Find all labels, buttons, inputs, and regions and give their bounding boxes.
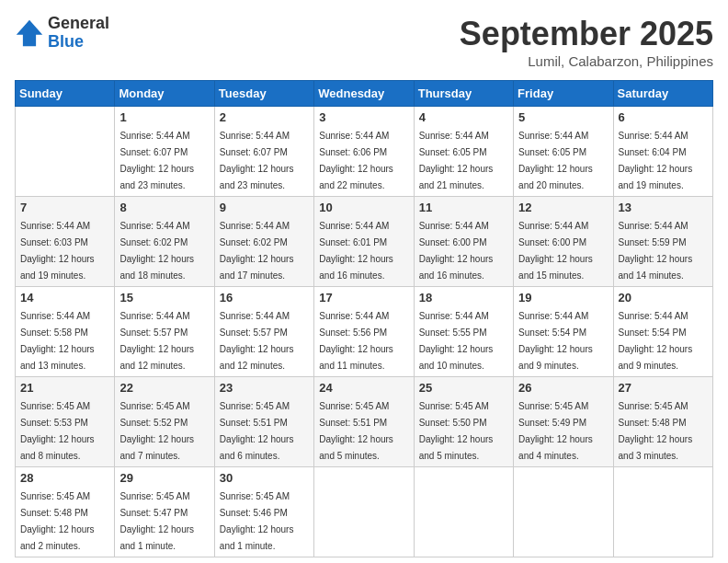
calendar-cell: 27 Sunrise: 5:45 AMSunset: 5:48 PMDaylig… <box>613 377 712 467</box>
logo-blue-text: Blue <box>48 33 109 52</box>
cell-sunrise: Sunrise: 5:45 AMSunset: 5:50 PMDaylight:… <box>419 401 494 461</box>
cell-date: 18 <box>419 291 508 304</box>
day-header-thursday: Thursday <box>414 81 513 107</box>
calendar-cell: 30 Sunrise: 5:45 AMSunset: 5:46 PMDaylig… <box>214 467 313 557</box>
cell-date: 8 <box>119 201 209 214</box>
cell-sunrise: Sunrise: 5:45 AMSunset: 5:46 PMDaylight:… <box>220 491 294 551</box>
calendar-cell: 29 Sunrise: 5:45 AMSunset: 5:47 PMDaylig… <box>115 467 214 557</box>
calendar-cell: 12 Sunrise: 5:44 AMSunset: 6:00 PMDaylig… <box>514 197 613 287</box>
cell-sunrise: Sunrise: 5:44 AMSunset: 6:05 PMDaylight:… <box>518 131 593 190</box>
cell-sunrise: Sunrise: 5:44 AMSunset: 6:00 PMDaylight:… <box>518 221 593 281</box>
day-header-monday: Monday <box>115 81 214 107</box>
calendar-week-row: 7 Sunrise: 5:44 AMSunset: 6:03 PMDayligh… <box>16 197 713 287</box>
cell-date: 6 <box>619 110 708 124</box>
calendar-cell: 3 Sunrise: 5:44 AMSunset: 6:06 PMDayligh… <box>314 107 414 197</box>
calendar-cell: 24 Sunrise: 5:45 AMSunset: 5:51 PMDaylig… <box>314 377 414 467</box>
cell-date: 25 <box>419 381 508 395</box>
cell-sunrise: Sunrise: 5:44 AMSunset: 6:06 PMDaylight:… <box>319 131 393 190</box>
calendar-cell: 8 Sunrise: 5:44 AMSunset: 6:02 PMDayligh… <box>115 197 214 287</box>
cell-sunrise: Sunrise: 5:45 AMSunset: 5:48 PMDaylight:… <box>20 491 95 551</box>
cell-sunrise: Sunrise: 5:44 AMSunset: 5:57 PMDaylight:… <box>119 311 194 371</box>
cell-date: 28 <box>20 471 109 485</box>
cell-sunrise: Sunrise: 5:44 AMSunset: 6:05 PMDaylight:… <box>419 131 494 190</box>
svg-marker-0 <box>17 20 42 46</box>
cell-sunrise: Sunrise: 5:44 AMSunset: 5:58 PMDaylight:… <box>20 311 95 371</box>
calendar-cell <box>613 467 712 557</box>
cell-date: 10 <box>319 201 408 214</box>
cell-sunrise: Sunrise: 5:45 AMSunset: 5:48 PMDaylight:… <box>619 401 693 461</box>
calendar-cell <box>314 467 414 557</box>
calendar-cell: 22 Sunrise: 5:45 AMSunset: 5:52 PMDaylig… <box>115 377 214 467</box>
cell-date: 29 <box>119 471 209 485</box>
cell-sunrise: Sunrise: 5:44 AMSunset: 6:03 PMDaylight:… <box>20 221 95 281</box>
calendar-cell <box>16 107 115 197</box>
cell-date: 22 <box>119 381 209 395</box>
cell-date: 1 <box>119 110 209 124</box>
cell-date: 5 <box>518 110 608 124</box>
calendar-cell <box>514 467 613 557</box>
cell-date: 24 <box>319 381 408 395</box>
day-header-sunday: Sunday <box>16 81 115 107</box>
cell-sunrise: Sunrise: 5:44 AMSunset: 6:01 PMDaylight:… <box>319 221 393 281</box>
calendar-cell: 11 Sunrise: 5:44 AMSunset: 6:00 PMDaylig… <box>414 197 513 287</box>
calendar-cell: 13 Sunrise: 5:44 AMSunset: 5:59 PMDaylig… <box>613 197 712 287</box>
day-header-wednesday: Wednesday <box>314 81 414 107</box>
cell-sunrise: Sunrise: 5:44 AMSunset: 5:59 PMDaylight:… <box>619 221 693 281</box>
calendar-cell: 10 Sunrise: 5:44 AMSunset: 6:01 PMDaylig… <box>314 197 414 287</box>
logo-general-text: General <box>48 15 109 33</box>
cell-date: 30 <box>220 471 309 485</box>
logo-icon <box>15 18 44 48</box>
calendar-cell: 28 Sunrise: 5:45 AMSunset: 5:48 PMDaylig… <box>16 467 115 557</box>
cell-date: 4 <box>419 110 508 124</box>
cell-sunrise: Sunrise: 5:45 AMSunset: 5:53 PMDaylight:… <box>20 401 95 461</box>
calendar-cell: 15 Sunrise: 5:44 AMSunset: 5:57 PMDaylig… <box>115 287 214 377</box>
cell-date: 11 <box>419 201 508 214</box>
calendar-cell: 1 Sunrise: 5:44 AMSunset: 6:07 PMDayligh… <box>115 107 214 197</box>
cell-date: 2 <box>220 110 309 124</box>
cell-sunrise: Sunrise: 5:44 AMSunset: 5:55 PMDaylight:… <box>419 311 494 371</box>
cell-date: 7 <box>20 201 109 214</box>
cell-sunrise: Sunrise: 5:44 AMSunset: 6:04 PMDaylight:… <box>619 131 693 190</box>
logo: General Blue <box>15 15 109 52</box>
calendar-cell: 26 Sunrise: 5:45 AMSunset: 5:49 PMDaylig… <box>514 377 613 467</box>
calendar-week-row: 28 Sunrise: 5:45 AMSunset: 5:48 PMDaylig… <box>16 467 713 557</box>
cell-sunrise: Sunrise: 5:44 AMSunset: 5:56 PMDaylight:… <box>319 311 393 371</box>
cell-sunrise: Sunrise: 5:45 AMSunset: 5:51 PMDaylight:… <box>220 401 294 461</box>
cell-sunrise: Sunrise: 5:45 AMSunset: 5:49 PMDaylight:… <box>518 401 593 461</box>
day-header-friday: Friday <box>514 81 613 107</box>
calendar-cell: 18 Sunrise: 5:44 AMSunset: 5:55 PMDaylig… <box>414 287 513 377</box>
cell-sunrise: Sunrise: 5:44 AMSunset: 6:07 PMDaylight:… <box>220 131 294 190</box>
page-header: General Blue September 2025 Lumil, Calab… <box>15 15 713 69</box>
cell-date: 13 <box>619 201 708 214</box>
cell-date: 16 <box>220 291 309 304</box>
calendar-week-row: 1 Sunrise: 5:44 AMSunset: 6:07 PMDayligh… <box>16 107 713 197</box>
cell-sunrise: Sunrise: 5:44 AMSunset: 5:54 PMDaylight:… <box>518 311 593 371</box>
month-title: September 2025 <box>460 15 713 53</box>
cell-date: 3 <box>319 110 408 124</box>
cell-date: 19 <box>518 291 608 304</box>
cell-sunrise: Sunrise: 5:44 AMSunset: 5:54 PMDaylight:… <box>619 311 693 371</box>
cell-sunrise: Sunrise: 5:44 AMSunset: 6:02 PMDaylight:… <box>220 221 294 281</box>
calendar-cell: 14 Sunrise: 5:44 AMSunset: 5:58 PMDaylig… <box>16 287 115 377</box>
calendar-week-row: 14 Sunrise: 5:44 AMSunset: 5:58 PMDaylig… <box>16 287 713 377</box>
cell-sunrise: Sunrise: 5:45 AMSunset: 5:47 PMDaylight:… <box>119 491 194 551</box>
calendar-header-row: SundayMondayTuesdayWednesdayThursdayFrid… <box>16 81 713 107</box>
cell-date: 23 <box>220 381 309 395</box>
calendar-week-row: 21 Sunrise: 5:45 AMSunset: 5:53 PMDaylig… <box>16 377 713 467</box>
logo-text: General Blue <box>48 15 109 52</box>
calendar-cell: 16 Sunrise: 5:44 AMSunset: 5:57 PMDaylig… <box>214 287 313 377</box>
cell-date: 26 <box>518 381 608 395</box>
day-header-tuesday: Tuesday <box>214 81 313 107</box>
calendar-cell: 20 Sunrise: 5:44 AMSunset: 5:54 PMDaylig… <box>613 287 712 377</box>
calendar-cell: 9 Sunrise: 5:44 AMSunset: 6:02 PMDayligh… <box>214 197 313 287</box>
cell-date: 20 <box>619 291 708 304</box>
cell-date: 14 <box>20 291 109 304</box>
calendar-cell: 23 Sunrise: 5:45 AMSunset: 5:51 PMDaylig… <box>214 377 313 467</box>
calendar-cell: 21 Sunrise: 5:45 AMSunset: 5:53 PMDaylig… <box>16 377 115 467</box>
day-header-saturday: Saturday <box>613 81 712 107</box>
cell-date: 27 <box>619 381 708 395</box>
calendar-cell: 7 Sunrise: 5:44 AMSunset: 6:03 PMDayligh… <box>16 197 115 287</box>
cell-date: 21 <box>20 381 109 395</box>
cell-date: 17 <box>319 291 408 304</box>
calendar-table: SundayMondayTuesdayWednesdayThursdayFrid… <box>15 80 713 557</box>
